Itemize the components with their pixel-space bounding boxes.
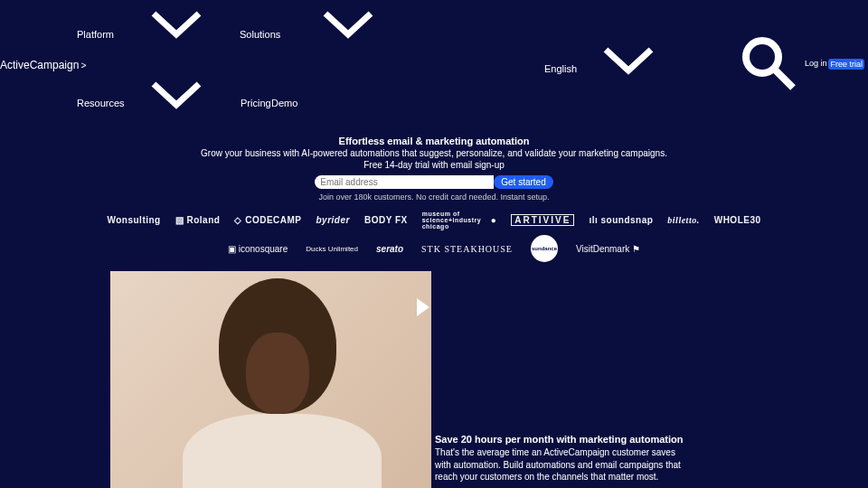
nav-pricing[interactable]: Pricing xyxy=(241,98,271,108)
feature-video-thumbnail[interactable] xyxy=(110,271,431,488)
nav-solutions[interactable]: Solutions xyxy=(240,29,280,40)
customer-logo: byrider xyxy=(316,215,350,225)
chevron-down-icon xyxy=(601,45,656,81)
customer-logos-row-2: ▣ iconosquare Ducks Unlimited serato STK… xyxy=(0,231,868,271)
hero-title: Effortless email & marketing automation xyxy=(18,136,850,146)
signup-note: Join over 180k customers. No credit card… xyxy=(18,192,850,202)
get-started-button[interactable]: Get started xyxy=(494,175,552,189)
customer-logo: ● xyxy=(491,215,497,225)
hero-subtitle: Grow your business with AI-powered autom… xyxy=(18,148,850,158)
customer-logo: sundance xyxy=(531,235,558,262)
customer-logo: STK STEAKHOUSE xyxy=(421,244,513,254)
free-trial-button[interactable]: Free trial xyxy=(828,59,864,70)
chevron-down-icon xyxy=(149,80,203,116)
logo-arrow-icon: > xyxy=(80,61,86,70)
customer-logo: billetto. xyxy=(667,215,699,225)
nav-platform[interactable]: Platform xyxy=(77,29,114,40)
customer-logo: WHOLE30 xyxy=(714,215,761,225)
nav-resources[interactable]: Resources xyxy=(77,98,125,108)
customer-logo: serato xyxy=(376,244,403,254)
svg-point-0 xyxy=(746,41,778,73)
feature-title: Save 20 hours per month with marketing a… xyxy=(435,434,684,445)
nav-demo[interactable]: Demo xyxy=(271,98,297,108)
customer-logo: VisitDenmark ⚑ xyxy=(576,244,640,254)
login-link[interactable]: Log in xyxy=(805,59,827,70)
search-icon[interactable] xyxy=(737,32,800,95)
customer-logo: BODY FX xyxy=(364,215,408,225)
customer-logo: ılı soundsnap xyxy=(589,215,653,225)
email-input[interactable] xyxy=(315,175,494,189)
hero-trial-note: Free 14-day trial with email sign-up xyxy=(18,160,850,170)
customer-logo: ARTIVIVE xyxy=(511,214,574,226)
customer-logo: Wonsulting xyxy=(107,215,160,225)
chevron-down-icon xyxy=(149,9,203,45)
svg-line-1 xyxy=(775,70,793,88)
brand-name: ActiveCampaign xyxy=(0,59,79,71)
chevron-down-icon xyxy=(321,9,375,45)
customer-logo: ▣ iconosquare xyxy=(228,244,288,254)
customer-logo: Ducks Unlimited xyxy=(306,245,358,253)
language-selector[interactable]: English xyxy=(544,63,577,74)
customer-logos-row-1: Wonsulting ▧ Roland ◇ CODECAMP byrider B… xyxy=(0,202,868,231)
play-icon xyxy=(417,298,429,316)
customer-logo: ▧ Roland xyxy=(175,215,221,225)
person-illustration xyxy=(183,278,400,488)
customer-logo: museum of science+industry chicago xyxy=(422,211,476,230)
feature-description: That's the average time an ActiveCampaig… xyxy=(435,446,684,483)
customer-logo: ◇ CODECAMP xyxy=(234,215,301,225)
logo[interactable]: ActiveCampaign > xyxy=(0,59,86,71)
